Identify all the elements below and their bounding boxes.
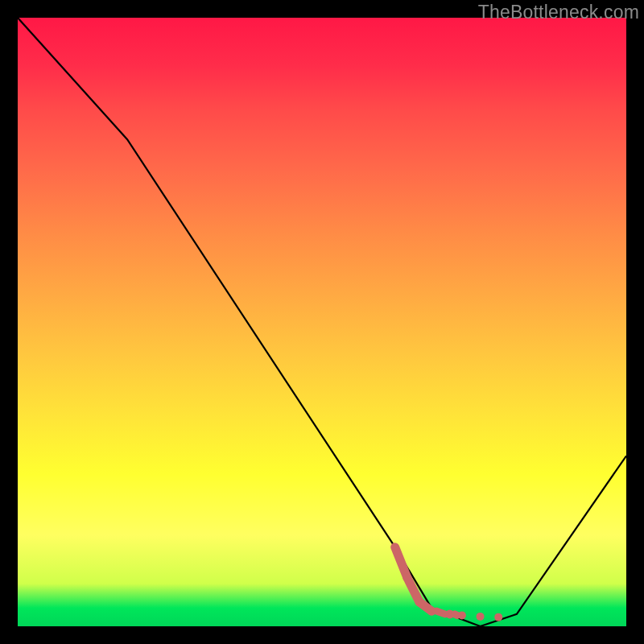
highlight-stroke [395,547,407,578]
highlight-dash [455,614,457,616]
chart-overlay [18,18,626,626]
highlight-dash [436,611,445,614]
highlight-markers [395,547,503,621]
highlight-dot [494,613,502,621]
curve-line [18,18,626,626]
highlight-dot [477,613,485,621]
